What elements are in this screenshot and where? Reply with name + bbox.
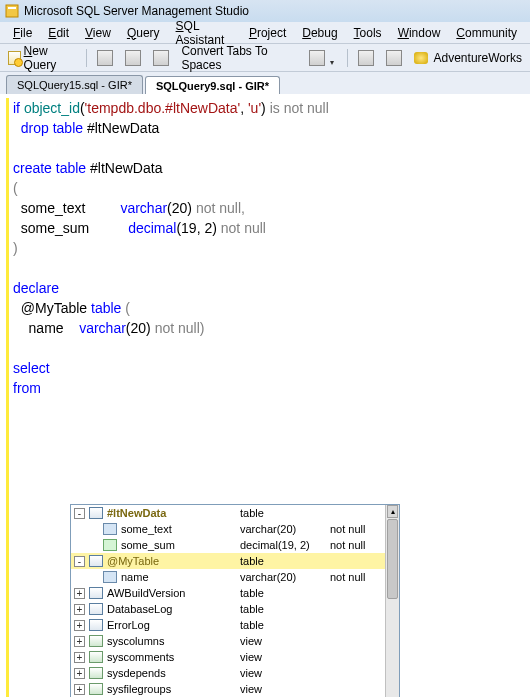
view-icon [89,667,103,679]
menu-project[interactable]: Project [242,24,293,42]
table-icon [89,603,103,615]
toolbar-button-2[interactable] [121,48,145,68]
menu-edit[interactable]: Edit [41,24,76,42]
collapse-icon[interactable]: - [74,508,85,519]
toolbar-separator [347,49,348,67]
intellisense-item[interactable]: namevarchar(20)not null [71,569,385,585]
toolbar-button-6[interactable] [382,48,406,68]
intellisense-item-type: view [240,683,330,695]
intellisense-item[interactable]: some_sumdecimal(19, 2)not null [71,537,385,553]
code-line [6,258,530,278]
menu-view[interactable]: View [78,24,118,42]
svg-rect-1 [8,7,16,9]
intellisense-item-type: view [240,635,330,647]
code-line: some_text varchar(20) not null, [6,198,530,218]
intellisense-item-type: view [240,651,330,663]
table-icon [89,587,103,599]
database-selector[interactable]: AdventureWorks [410,49,526,67]
expand-icon[interactable]: + [74,588,85,599]
intellisense-item-nullable: not null [330,523,385,535]
menu-community[interactable]: Community [449,24,524,42]
view-icon [89,683,103,695]
expand-icon[interactable]: + [74,636,85,647]
convert-tabs-button[interactable]: Convert Tabs To Spaces [177,42,300,74]
expand-icon[interactable]: + [74,668,85,679]
scroll-up-icon[interactable]: ▴ [387,505,398,518]
code-line: from [6,378,530,398]
intellisense-item-type: table [240,555,330,567]
menu-debug[interactable]: Debug [295,24,344,42]
expand-icon[interactable]: + [74,652,85,663]
code-editor[interactable]: if object_id('tempdb.dbo.#ltNewData', 'u… [0,94,530,697]
intellisense-item-type: decimal(19, 2) [240,539,330,551]
table-icon [89,555,103,567]
code-line [6,338,530,358]
tab-inactive[interactable]: SQLQuery15.sql - GIR* [6,75,143,94]
intellisense-item-name: @MyTable [105,555,240,567]
intellisense-item[interactable]: -@MyTabletable [71,553,385,569]
intellisense-item-name: name [119,571,240,583]
expand-icon[interactable]: + [74,604,85,615]
intellisense-item[interactable]: +syscommentsview [71,649,385,665]
app-icon [4,3,20,19]
intellisense-item[interactable]: +sysdependsview [71,665,385,681]
menu-window[interactable]: Window [391,24,448,42]
document-tabs: SQLQuery15.sql - GIR* SQLQuery9.sql - GI… [0,72,530,94]
view-icon [89,635,103,647]
intellisense-item[interactable]: +DatabaseLogtable [71,601,385,617]
database-icon [414,52,428,64]
new-query-icon [8,51,21,65]
intellisense-scrollbar[interactable]: ▴ ▾ [385,505,399,697]
dropdown-icon [330,54,337,61]
generic-icon [153,50,169,66]
intellisense-item-type: varchar(20) [240,571,330,583]
code-line: @MyTable table ( [6,298,530,318]
menu-query[interactable]: Query [120,24,167,42]
code-line: some_sum decimal(19, 2) not null [6,218,530,238]
expand-icon[interactable]: + [74,620,85,631]
view-icon [89,651,103,663]
code-line: ) [6,238,530,258]
intellisense-item-name: syscomments [105,651,240,663]
code-line [6,138,530,158]
toolbar-button-3[interactable] [149,48,173,68]
generic-icon [97,50,113,66]
tab-active[interactable]: SQLQuery9.sql - GIR* [145,76,280,95]
code-line: if object_id('tempdb.dbo.#ltNewData', 'u… [6,98,530,118]
intellisense-item-name: some_text [119,523,240,535]
intellisense-item[interactable]: -#ltNewDatatable [71,505,385,521]
main-toolbar: New Query Convert Tabs To Spaces Adventu… [0,44,530,72]
intellisense-item[interactable]: +sysfilegroupsview [71,681,385,697]
table-icon [89,619,103,631]
intellisense-item-type: table [240,619,330,631]
table-icon [89,507,103,519]
toolbar-button-1[interactable] [93,48,117,68]
intellisense-item-name: ErrorLog [105,619,240,631]
menu-tools[interactable]: Tools [347,24,389,42]
expand-icon[interactable]: + [74,684,85,695]
intellisense-item-name: #ltNewData [105,507,240,519]
generic-icon [386,50,402,66]
code-line: name varchar(20) not null) [6,318,530,338]
intellisense-item[interactable]: +AWBuildVersiontable [71,585,385,601]
window-titlebar: Microsoft SQL Server Management Studio [0,0,530,22]
column-icon [103,539,117,551]
intellisense-item[interactable]: some_textvarchar(20)not null [71,521,385,537]
intellisense-item-name: DatabaseLog [105,603,240,615]
toolbar-button-5[interactable] [354,48,378,68]
intellisense-item[interactable]: +syscolumnsview [71,633,385,649]
intellisense-item-name: sysdepends [105,667,240,679]
intellisense-item-name: sysfilegroups [105,683,240,695]
new-query-button[interactable]: New Query [4,42,80,74]
intellisense-item-type: view [240,667,330,679]
intellisense-item-nullable: not null [330,571,385,583]
toolbar-button-4[interactable] [305,48,341,68]
menu-file[interactable]: File [6,24,39,42]
scroll-thumb[interactable] [387,519,398,599]
code-line: drop table #ltNewData [6,118,530,138]
column-icon [103,571,117,583]
collapse-icon[interactable]: - [74,556,85,567]
intellisense-item-nullable: not null [330,539,385,551]
intellisense-item[interactable]: +ErrorLogtable [71,617,385,633]
intellisense-list[interactable]: -#ltNewDatatablesome_textvarchar(20)not … [71,505,385,697]
